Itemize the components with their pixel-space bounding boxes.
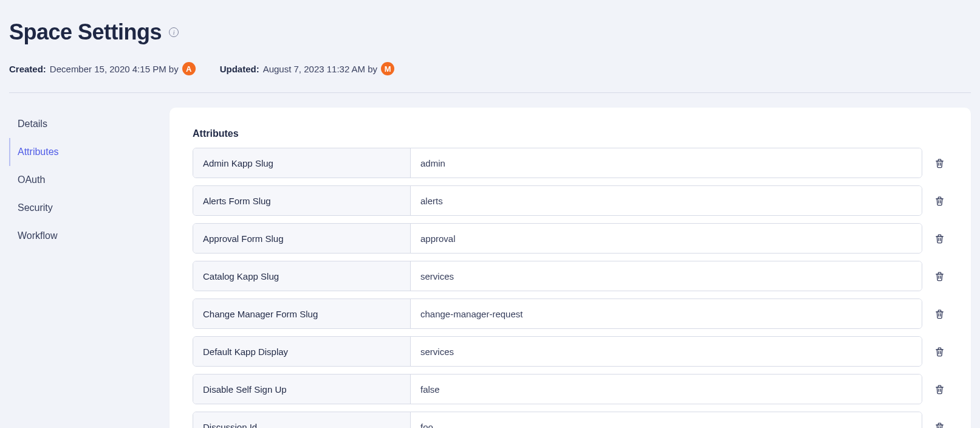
attribute-box: Admin Kapp Slug	[193, 148, 922, 178]
attribute-box: Disable Self Sign Up	[193, 374, 922, 404]
attribute-row: Alerts Form Slug	[193, 185, 948, 216]
trash-icon[interactable]	[931, 336, 948, 367]
attribute-name: Disable Self Sign Up	[193, 374, 411, 404]
info-icon[interactable]	[169, 27, 179, 37]
attribute-name: Catalog Kapp Slug	[193, 261, 411, 291]
attribute-row: Discussion Id	[193, 412, 948, 428]
attribute-name: Admin Kapp Slug	[193, 148, 411, 178]
attribute-value-input[interactable]	[411, 374, 922, 404]
updated-label: Updated:	[220, 64, 259, 74]
trash-icon[interactable]	[931, 261, 948, 291]
trash-icon[interactable]	[931, 185, 948, 216]
created-label: Created:	[9, 64, 46, 74]
attributes-list: Admin Kapp SlugAlerts Form SlugApproval …	[193, 148, 948, 428]
attribute-value-input[interactable]	[411, 148, 922, 178]
trash-icon[interactable]	[931, 223, 948, 254]
attribute-box: Catalog Kapp Slug	[193, 261, 922, 291]
page-title: Space Settings	[9, 19, 162, 45]
trash-icon[interactable]	[931, 374, 948, 404]
attribute-name: Alerts Form Slug	[193, 186, 411, 215]
attribute-row: Approval Form Slug	[193, 223, 948, 254]
attribute-name: Discussion Id	[193, 412, 411, 428]
updated-avatar[interactable]: M	[381, 62, 394, 75]
meta-row: Created: December 15, 2020 4:15 PM by A …	[9, 62, 971, 75]
attribute-value-input[interactable]	[411, 412, 922, 428]
tab-oauth[interactable]: OAuth	[9, 166, 155, 194]
attribute-name: Default Kapp Display	[193, 337, 411, 366]
section-heading: Attributes	[193, 128, 948, 139]
attribute-box: Change Manager Form Slug	[193, 299, 922, 329]
attribute-box: Discussion Id	[193, 412, 922, 428]
attribute-name: Approval Form Slug	[193, 224, 411, 253]
attribute-box: Default Kapp Display	[193, 336, 922, 367]
attribute-box: Approval Form Slug	[193, 223, 922, 254]
sidebar-tabs: DetailsAttributesOAuthSecurityWorkflow	[9, 108, 155, 250]
attribute-value-input[interactable]	[411, 337, 922, 366]
updated-meta: Updated: August 7, 2023 11:32 AM by M	[220, 62, 394, 75]
tab-attributes[interactable]: Attributes	[9, 138, 155, 166]
attribute-value-input[interactable]	[411, 299, 922, 328]
attribute-box: Alerts Form Slug	[193, 185, 922, 216]
tab-details[interactable]: Details	[9, 110, 155, 138]
page-header: Space Settings Created: December 15, 202…	[9, 0, 971, 93]
trash-icon[interactable]	[931, 299, 948, 329]
created-meta: Created: December 15, 2020 4:15 PM by A	[9, 62, 196, 75]
attribute-row: Disable Self Sign Up	[193, 374, 948, 404]
trash-icon[interactable]	[931, 412, 948, 428]
created-value: December 15, 2020 4:15 PM by	[50, 64, 179, 74]
tab-security[interactable]: Security	[9, 194, 155, 222]
attributes-panel: Attributes Admin Kapp SlugAlerts Form Sl…	[170, 108, 971, 428]
trash-icon[interactable]	[931, 148, 948, 178]
attribute-name: Change Manager Form Slug	[193, 299, 411, 328]
attribute-value-input[interactable]	[411, 186, 922, 215]
attribute-row: Change Manager Form Slug	[193, 299, 948, 329]
attribute-row: Default Kapp Display	[193, 336, 948, 367]
attribute-value-input[interactable]	[411, 261, 922, 291]
updated-value: August 7, 2023 11:32 AM by	[263, 64, 377, 74]
tab-workflow[interactable]: Workflow	[9, 222, 155, 250]
attribute-row: Catalog Kapp Slug	[193, 261, 948, 291]
attribute-value-input[interactable]	[411, 224, 922, 253]
created-avatar[interactable]: A	[182, 62, 196, 75]
attribute-row: Admin Kapp Slug	[193, 148, 948, 178]
